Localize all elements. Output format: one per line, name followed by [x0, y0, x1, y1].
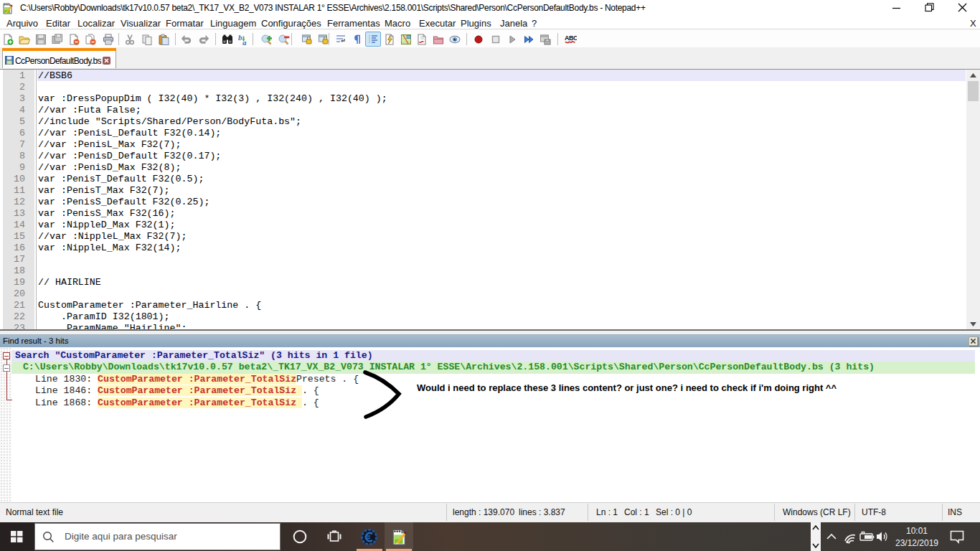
svg-text:ABC: ABC [565, 34, 577, 42]
